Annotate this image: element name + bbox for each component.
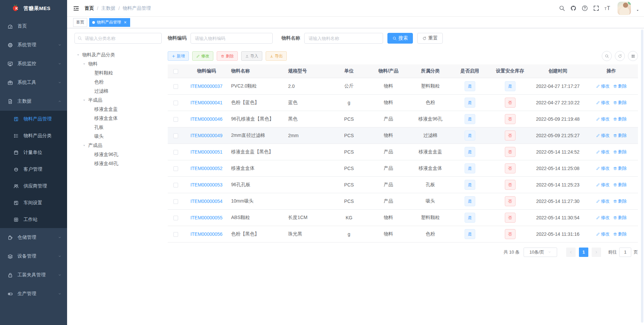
caret-down-icon[interactable]: [636, 9, 639, 12]
breadcrumb-item[interactable]: 首页: [85, 5, 94, 11]
item-code-link[interactable]: ITEM00000049: [191, 133, 223, 138]
fullscreen-icon[interactable]: [593, 5, 599, 11]
sidebar-item-production-mgmt[interactable]: 生产管理: [0, 284, 67, 303]
tree-node-leaf-1-2[interactable]: 孔板: [74, 123, 162, 132]
item-code-link[interactable]: ITEM00000053: [191, 182, 223, 187]
github-icon[interactable]: [570, 5, 577, 11]
delete-button[interactable]: 删除: [217, 51, 238, 61]
row-checkbox[interactable]: [173, 232, 178, 237]
tab-物料产品管理[interactable]: 物料产品管理: [89, 18, 130, 27]
tab-首页[interactable]: 首页: [73, 18, 87, 27]
help-icon[interactable]: [582, 5, 588, 11]
row-delete-link[interactable]: 删除: [613, 116, 627, 122]
sidebar-subitem-material-product-category[interactable]: 物料产品分类: [0, 127, 67, 144]
row-delete-link[interactable]: 删除: [613, 182, 627, 188]
search-icon[interactable]: [559, 5, 565, 11]
sidebar-item-tooling-fixture-mgmt[interactable]: 工装夹具管理: [0, 266, 67, 284]
tree-node-leaf-0-1[interactable]: 色粉: [74, 77, 162, 87]
breadcrumb-item[interactable]: 主数据: [101, 5, 115, 11]
sidebar-item-equipment-mgmt[interactable]: 设备管理: [0, 247, 67, 266]
add-button[interactable]: 新增: [168, 51, 189, 61]
tree-node-leaf-1-1[interactable]: 移液盒盒体: [74, 114, 162, 123]
row-checkbox[interactable]: [173, 84, 178, 89]
edit-button[interactable]: 修改: [192, 51, 213, 61]
tree-node-group-1[interactable]: 半成品: [74, 96, 162, 105]
tree-node-leaf-1-3[interactable]: 吸头: [74, 132, 162, 141]
tree-node-group-2[interactable]: 产成品: [74, 141, 162, 150]
row-checkbox[interactable]: [173, 101, 178, 105]
logo[interactable]: K 苦糖果MES: [0, 0, 67, 17]
name-filter-input[interactable]: [304, 33, 383, 44]
row-edit-link[interactable]: 修改: [596, 198, 610, 204]
sidebar-subitem-workstation[interactable]: 工作站: [0, 211, 67, 228]
row-delete-link[interactable]: 删除: [613, 215, 627, 221]
row-edit-link[interactable]: 修改: [596, 215, 610, 221]
sidebar-item-master-data[interactable]: 主数据: [0, 92, 67, 111]
row-edit-link[interactable]: 修改: [596, 231, 610, 237]
page-scrollbar[interactable]: [641, 30, 643, 323]
row-edit-link[interactable]: 修改: [596, 182, 610, 188]
sidebar-subitem-customer-mgmt[interactable]: 客户管理: [0, 161, 67, 178]
tree-node-leaf-0-0[interactable]: 塑料颗粒: [74, 68, 162, 77]
next-page-button[interactable]: [592, 248, 601, 257]
search-button[interactable]: 搜索: [387, 33, 413, 44]
row-edit-link[interactable]: 修改: [596, 132, 610, 139]
row-delete-link[interactable]: 删除: [613, 165, 627, 171]
row-checkbox[interactable]: [173, 150, 178, 155]
sidebar-item-system-tools[interactable]: 系统工具: [0, 73, 67, 92]
item-code-link[interactable]: ITEM00000056: [191, 231, 223, 237]
select-all-checkbox[interactable]: [173, 69, 178, 74]
sidebar-toggle-icon[interactable]: [73, 5, 79, 11]
row-checkbox[interactable]: [173, 117, 178, 122]
sidebar-item-system-mgmt[interactable]: 系统管理: [0, 36, 67, 54]
sidebar-item-system-monitor[interactable]: 系统监控: [0, 54, 67, 73]
sidebar-item-home[interactable]: 首页: [0, 17, 67, 36]
goto-page-input[interactable]: [619, 248, 631, 257]
row-edit-link[interactable]: 修改: [596, 165, 610, 171]
tree-node-root[interactable]: 物料及产品分类: [74, 50, 162, 59]
row-checkbox[interactable]: [173, 216, 178, 220]
tree-node-leaf-1-0[interactable]: 移液盒盒盖: [74, 105, 162, 114]
item-code-link[interactable]: ITEM00000041: [191, 100, 223, 105]
item-code-link[interactable]: ITEM00000054: [191, 199, 223, 204]
sidebar-subitem-supplier-mgmt[interactable]: 供应商管理: [0, 178, 67, 195]
row-delete-link[interactable]: 删除: [613, 231, 627, 237]
columns-button[interactable]: [628, 51, 638, 61]
row-edit-link[interactable]: 修改: [596, 83, 610, 89]
tree-node-group-0[interactable]: 物料: [74, 59, 162, 68]
font-size-icon[interactable]: TT: [604, 5, 611, 11]
row-checkbox[interactable]: [173, 199, 178, 204]
current-page[interactable]: 1: [579, 248, 588, 257]
row-delete-link[interactable]: 删除: [613, 132, 627, 139]
row-delete-link[interactable]: 删除: [613, 198, 627, 204]
item-code-link[interactable]: ITEM00000037: [191, 84, 223, 89]
row-delete-link[interactable]: 删除: [613, 83, 627, 89]
sidebar-subitem-measure-unit[interactable]: 计量单位: [0, 144, 67, 161]
row-edit-link[interactable]: 修改: [596, 149, 610, 155]
import-button[interactable]: 导入: [241, 51, 262, 61]
avatar[interactable]: [618, 2, 631, 15]
item-code-link[interactable]: ITEM00000051: [191, 149, 223, 155]
sidebar-subitem-workshop-settings[interactable]: 车间设置: [0, 195, 67, 211]
prev-page-button[interactable]: [566, 248, 576, 257]
row-delete-link[interactable]: 删除: [613, 100, 627, 106]
reset-button[interactable]: 重置: [417, 33, 443, 44]
toggle-search-button[interactable]: [602, 51, 612, 61]
breadcrumb-item[interactable]: 物料产品管理: [123, 5, 151, 11]
export-button[interactable]: 导出: [266, 51, 287, 61]
page-size-select[interactable]: 10条/页: [524, 248, 557, 257]
row-delete-link[interactable]: 删除: [613, 149, 627, 155]
item-code-link[interactable]: ITEM00000046: [191, 116, 223, 122]
row-checkbox[interactable]: [173, 183, 178, 187]
row-edit-link[interactable]: 修改: [596, 116, 610, 122]
tree-node-leaf-2-0[interactable]: 移液盒96孔: [74, 150, 162, 159]
tree-node-leaf-2-1[interactable]: 移液盒48孔: [74, 159, 162, 168]
row-edit-link[interactable]: 修改: [596, 100, 610, 106]
item-code-link[interactable]: ITEM00000055: [191, 215, 223, 220]
sidebar-item-warehouse-mgmt[interactable]: 仓储管理: [0, 228, 67, 247]
item-code-link[interactable]: ITEM00000052: [191, 166, 223, 171]
tree-node-leaf-0-2[interactable]: 过滤棉: [74, 87, 162, 96]
refresh-table-button[interactable]: [615, 51, 625, 61]
sidebar-subitem-material-product-mgmt[interactable]: 物料产品管理: [0, 111, 67, 127]
tree-search-input[interactable]: [74, 33, 162, 44]
